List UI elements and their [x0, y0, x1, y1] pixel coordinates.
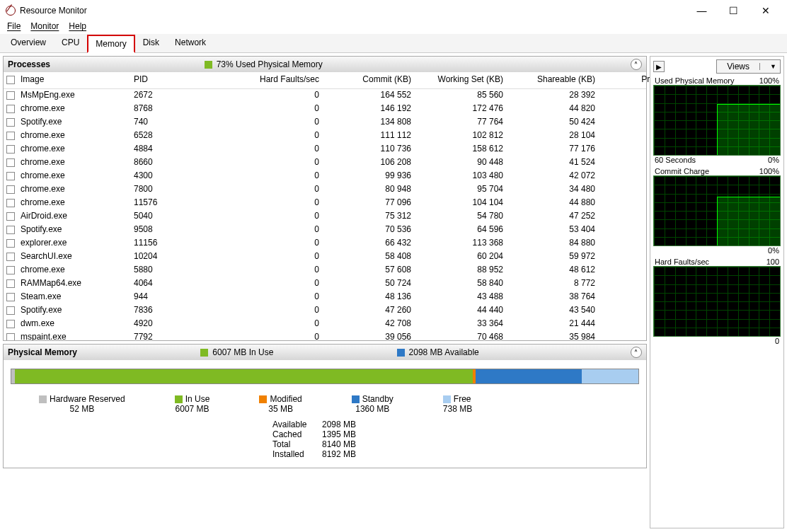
cell-image: MsMpEng.exe: [18, 89, 131, 103]
tab-disk[interactable]: Disk: [135, 34, 167, 52]
tab-network[interactable]: Network: [167, 34, 214, 52]
row-checkbox[interactable]: [6, 105, 15, 113]
processes-body[interactable]: MsMpEng.exe 2672 0 164 552 85 560 28 392…: [4, 89, 646, 340]
legend-standby-label: Standby: [362, 394, 394, 404]
standby-color-icon: [352, 395, 360, 403]
stat-total-l: Total: [272, 439, 322, 449]
stat-cached-l: Cached: [272, 429, 322, 439]
right-sidebar: ▶ Views▼ Used Physical Memory100% 60 Sec…: [650, 56, 784, 528]
row-checkbox[interactable]: [6, 320, 15, 328]
close-button[interactable]: ✕: [749, 1, 781, 21]
row-checkbox[interactable]: [6, 306, 15, 315]
menu-help[interactable]: Help: [69, 21, 86, 31]
chart-0-title: Used Physical Memory: [655, 76, 734, 85]
cell-ws: 90 448: [414, 156, 506, 170]
cell-pid: 7836: [131, 304, 180, 318]
table-row[interactable]: chrome.exe 8768 0 146 192 172 476 44 820…: [4, 103, 646, 116]
table-row[interactable]: Spotify.exe 9508 0 70 536 64 596 53 404 …: [4, 224, 646, 237]
menu-file[interactable]: File: [7, 21, 21, 31]
cell-sh: 50 424: [506, 116, 598, 129]
legend-free-value: 738 MB: [443, 404, 472, 414]
cell-sh: 59 972: [506, 250, 598, 264]
row-checkbox[interactable]: [6, 239, 15, 248]
table-row[interactable]: dwm.exe 4920 0 42 708 33 364 21 444 11 9…: [4, 318, 646, 331]
cell-hf: 0: [180, 103, 322, 116]
table-row[interactable]: Steam.exe 944 0 48 136 43 488 38 764 4 7…: [4, 291, 646, 304]
menu-monitor[interactable]: Monitor: [30, 21, 59, 31]
table-row[interactable]: chrome.exe 4300 0 99 936 103 480 42 072 …: [4, 170, 646, 183]
table-row[interactable]: mspaint.exe 7792 0 39 056 70 468 35 984 …: [4, 331, 646, 340]
cell-sh: 8 772: [506, 277, 598, 291]
table-row[interactable]: chrome.exe 4884 0 110 736 158 612 77 176…: [4, 143, 646, 156]
col-hardfaults[interactable]: Hard Faults/sec: [180, 72, 322, 88]
row-checkbox[interactable]: [6, 172, 15, 180]
table-row[interactable]: explorer.exe 11156 0 66 432 113 368 84 8…: [4, 237, 646, 250]
row-checkbox[interactable]: [6, 253, 15, 261]
row-checkbox[interactable]: [6, 158, 15, 167]
row-checkbox[interactable]: [6, 293, 15, 301]
processes-header[interactable]: Processes 73% Used Physical Memory ˄: [4, 57, 646, 72]
col-shareable[interactable]: Shareable (KB): [506, 72, 598, 88]
sidebar-toggle-icon[interactable]: ▶: [653, 61, 665, 72]
row-checkbox[interactable]: [6, 333, 15, 340]
row-checkbox[interactable]: [6, 185, 15, 194]
tab-overview[interactable]: Overview: [3, 34, 54, 52]
chart-1-title: Commit Charge: [655, 167, 709, 175]
row-checkbox[interactable]: [6, 132, 15, 140]
row-checkbox[interactable]: [6, 145, 15, 154]
legend-modified: Modified35 MB: [259, 394, 301, 414]
col-working[interactable]: Working Set (KB): [414, 72, 506, 88]
cell-image: SearchUI.exe: [18, 250, 131, 264]
cell-image: mspaint.exe: [18, 331, 131, 340]
minimize-button[interactable]: —: [686, 1, 718, 21]
table-row[interactable]: SearchUI.exe 10204 0 58 408 60 204 59 97…: [4, 250, 646, 264]
table-row[interactable]: chrome.exe 11576 0 77 096 104 104 44 880…: [4, 197, 646, 210]
table-row[interactable]: chrome.exe 7800 0 80 948 95 704 34 480 6…: [4, 183, 646, 197]
row-checkbox[interactable]: [6, 279, 15, 288]
cell-ws: 103 480: [414, 170, 506, 183]
row-checkbox[interactable]: [6, 266, 15, 274]
cell-sh: 38 764: [506, 291, 598, 304]
legend-inuse-value: 6007 MB: [175, 404, 210, 414]
col-commit[interactable]: Commit (KB): [322, 72, 414, 88]
cell-pid: 7792: [131, 331, 180, 340]
col-image[interactable]: Image: [18, 72, 131, 88]
chart-2-br: 0: [775, 337, 779, 345]
row-checkbox[interactable]: [6, 212, 15, 221]
row-checkbox[interactable]: [6, 226, 15, 234]
table-row[interactable]: MsMpEng.exe 2672 0 164 552 85 560 28 392…: [4, 89, 646, 103]
cell-ws: 172 476: [414, 103, 506, 116]
col-pid[interactable]: PID: [131, 72, 180, 88]
table-row[interactable]: chrome.exe 5880 0 57 608 88 952 48 612 4…: [4, 264, 646, 277]
row-checkbox[interactable]: [6, 118, 15, 127]
cell-image: chrome.exe: [18, 170, 131, 183]
tab-cpu[interactable]: CPU: [54, 34, 87, 52]
table-row[interactable]: AirDroid.exe 5040 0 75 312 54 780 47 252…: [4, 210, 646, 224]
select-all-checkbox[interactable]: [6, 76, 15, 84]
cell-pr: 900: [598, 304, 646, 318]
views-button[interactable]: Views▼: [716, 59, 781, 74]
maximize-button[interactable]: ☐: [718, 1, 749, 21]
cell-pid: 5880: [131, 264, 180, 277]
table-row[interactable]: Spotify.exe 7836 0 47 260 44 440 43 540 …: [4, 304, 646, 318]
collapse-processes-icon[interactable]: ˄: [631, 59, 642, 70]
cell-hf: 0: [180, 331, 322, 340]
cell-commit: 50 724: [322, 277, 414, 291]
cell-commit: 106 208: [322, 156, 414, 170]
table-row[interactable]: Spotify.exe 740 0 134 808 77 764 50 424 …: [4, 116, 646, 129]
tab-memory[interactable]: Memory: [87, 35, 134, 53]
table-row[interactable]: chrome.exe 6528 0 111 112 102 812 28 104…: [4, 129, 646, 143]
table-row[interactable]: RAMMap64.exe 4064 0 50 724 58 840 8 772 …: [4, 277, 646, 291]
cell-pid: 4064: [131, 277, 180, 291]
row-checkbox[interactable]: [6, 91, 15, 100]
chevron-down-icon[interactable]: ▼: [759, 63, 780, 70]
hw-color-icon: [39, 395, 47, 403]
physical-header[interactable]: Physical Memory 6007 MB In Use 2098 MB A…: [4, 345, 646, 360]
stat-total-v: 8140 MB: [322, 439, 372, 449]
collapse-physical-icon[interactable]: ˄: [631, 347, 642, 358]
table-row[interactable]: chrome.exe 8660 0 106 208 90 448 41 524 …: [4, 156, 646, 170]
cell-ws: 85 560: [414, 89, 506, 103]
row-checkbox[interactable]: [6, 199, 15, 207]
cell-hf: 0: [180, 250, 322, 264]
cell-image: chrome.exe: [18, 129, 131, 143]
